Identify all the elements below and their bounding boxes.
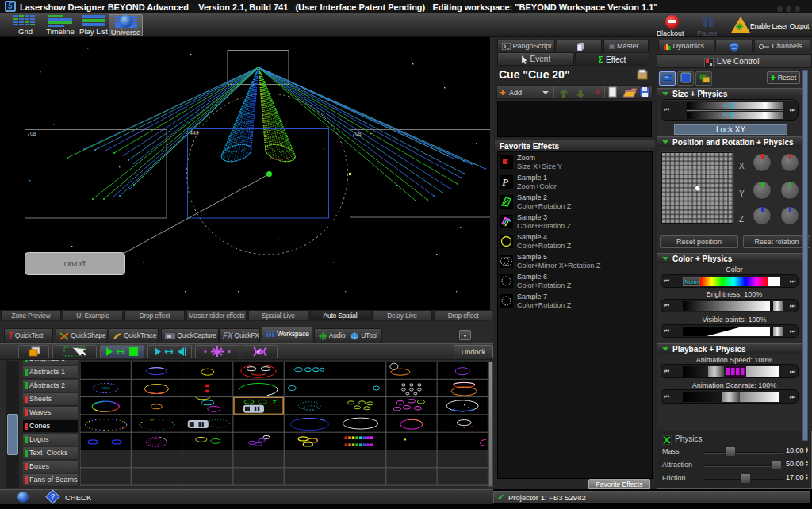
- svg-text:On/Off: On/Off: [64, 260, 86, 268]
- svg-text:LOGO: LOGO: [101, 386, 110, 390]
- svg-text:449: 449: [190, 130, 199, 136]
- svg-text:708: 708: [27, 131, 36, 136]
- svg-text:P: P: [502, 176, 509, 188]
- svg-text:Σ: Σ: [273, 399, 277, 406]
- svg-text:708: 708: [352, 131, 362, 136]
- svg-text:ltP: ltP: [150, 418, 154, 422]
